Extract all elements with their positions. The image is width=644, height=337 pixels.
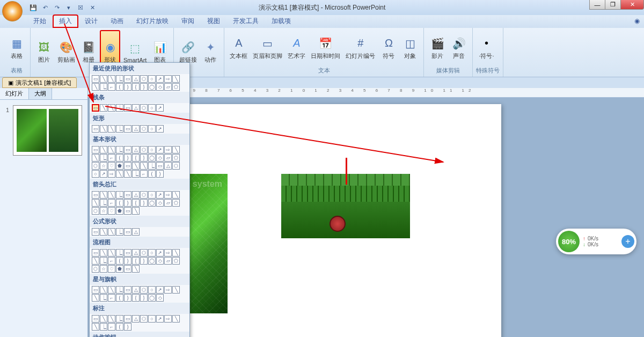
- minimize-button[interactable]: —: [589, 0, 605, 10]
- shape-item[interactable]: {: [132, 294, 140, 302]
- shape-item[interactable]: ↗: [156, 104, 164, 112]
- shape-item[interactable]: △: [132, 249, 140, 257]
- shape-item[interactable]: }: [140, 294, 148, 302]
- shape-item[interactable]: △: [132, 125, 140, 133]
- shape-item[interactable]: ): [124, 294, 131, 302]
- shape-item[interactable]: ⬡: [140, 104, 148, 112]
- shape-item[interactable]: ⌐: [108, 83, 115, 91]
- shape-item[interactable]: ): [124, 257, 131, 265]
- shape-item[interactable]: ): [124, 199, 131, 207]
- shape-item[interactable]: △: [132, 315, 140, 323]
- shape-item[interactable]: ▭: [124, 146, 131, 153]
- shape-item[interactable]: △: [132, 75, 140, 83]
- shape-item[interactable]: ╲: [92, 323, 99, 331]
- shape-item[interactable]: ▭: [124, 75, 131, 83]
- shape-item[interactable]: ♡: [108, 265, 115, 273]
- shape-item[interactable]: ▭: [92, 146, 99, 153]
- shape-item[interactable]: ⎿: [116, 315, 123, 323]
- shape-item[interactable]: ◇: [156, 83, 164, 91]
- shape-item[interactable]: ▭: [124, 191, 131, 199]
- shape-item[interactable]: ↗: [156, 315, 164, 323]
- qat-doc-icon[interactable]: ☒: [76, 3, 85, 12]
- shape-item[interactable]: ▭: [92, 104, 99, 112]
- shape-item[interactable]: ⌐: [108, 257, 115, 265]
- shape-item[interactable]: ╲: [108, 104, 115, 112]
- shape-item[interactable]: ⌐: [108, 323, 115, 331]
- shape-item[interactable]: ⬠: [172, 199, 180, 207]
- shape-item[interactable]: ○: [148, 104, 156, 112]
- tab-view[interactable]: 视图: [201, 14, 226, 28]
- shape-item[interactable]: ╲: [92, 294, 99, 302]
- shape-item[interactable]: ╲: [100, 228, 107, 236]
- shape-item[interactable]: ⎿: [116, 191, 123, 199]
- shape-item[interactable]: ○: [148, 125, 156, 133]
- symbol-button[interactable]: Ω符号: [378, 30, 399, 65]
- shape-item[interactable]: △: [132, 104, 140, 112]
- tab-home[interactable]: 开始: [27, 14, 53, 28]
- shape-item[interactable]: ◇: [156, 199, 164, 207]
- shape-item[interactable]: ⬡: [140, 315, 148, 323]
- shape-item[interactable]: ╲: [108, 191, 115, 199]
- shape-item[interactable]: ): [124, 83, 131, 91]
- shape-item[interactable]: ╲: [92, 154, 99, 162]
- shape-item[interactable]: ): [124, 154, 131, 162]
- shape-item[interactable]: ⌐: [108, 154, 115, 162]
- special-symbol-button[interactable]: •·符号·: [476, 30, 496, 65]
- slidenumber-button[interactable]: #幻灯片编号: [343, 30, 377, 65]
- shape-item[interactable]: ⬠: [172, 83, 180, 91]
- shape-item[interactable]: ▭: [124, 104, 131, 112]
- shape-item[interactable]: ⬟: [116, 265, 123, 273]
- shape-item[interactable]: ▭: [124, 162, 131, 170]
- shape-item[interactable]: ☆: [100, 162, 107, 170]
- shape-item[interactable]: ↗: [156, 286, 164, 294]
- shape-item[interactable]: ⬡: [140, 191, 148, 199]
- shape-item[interactable]: ☆: [100, 207, 107, 215]
- wordart-button[interactable]: A艺术字: [286, 30, 308, 65]
- shape-item[interactable]: ▭: [124, 125, 131, 133]
- shape-item[interactable]: ╲: [124, 170, 131, 178]
- shape-item[interactable]: ╲: [108, 286, 115, 294]
- shape-item[interactable]: ╲: [92, 199, 99, 207]
- table-button[interactable]: ▦ 表格: [6, 30, 27, 65]
- shape-item[interactable]: ↗: [156, 75, 164, 83]
- shape-item[interactable]: ⎿: [100, 257, 107, 265]
- shape-item[interactable]: ╲: [92, 257, 99, 265]
- headerfooter-button[interactable]: ▭页眉和页脚: [251, 30, 284, 65]
- shape-item[interactable]: ⬡: [92, 162, 99, 170]
- shape-item[interactable]: ⇨: [164, 75, 172, 83]
- shape-item[interactable]: ⎿: [100, 199, 107, 207]
- shape-item[interactable]: ⎿: [132, 170, 140, 178]
- shape-item[interactable]: ╲: [108, 228, 115, 236]
- shape-item[interactable]: ⎿: [116, 125, 123, 133]
- undo-icon[interactable]: ↶: [41, 3, 49, 12]
- shape-item[interactable]: ╲: [172, 315, 180, 323]
- shape-item[interactable]: ╲: [100, 104, 107, 112]
- shape-item[interactable]: ╲: [172, 75, 180, 83]
- shape-item[interactable]: ⇨: [164, 146, 172, 153]
- shape-item[interactable]: {: [132, 199, 140, 207]
- shape-item[interactable]: ╲: [108, 249, 115, 257]
- qat-more-icon[interactable]: ▾: [64, 3, 73, 12]
- shape-item[interactable]: ◇: [156, 257, 164, 265]
- shape-item[interactable]: ○: [148, 191, 156, 199]
- shape-item[interactable]: ○: [148, 249, 156, 257]
- shape-item[interactable]: ↗: [156, 146, 164, 153]
- shape-item[interactable]: ⎿: [116, 104, 123, 112]
- tab-review[interactable]: 审阅: [175, 14, 201, 28]
- shape-item[interactable]: ⎿: [116, 228, 123, 236]
- shape-item[interactable]: ╲: [132, 207, 140, 215]
- clipart-button[interactable]: 🎨剪贴画: [55, 30, 77, 74]
- shape-item[interactable]: ╲: [172, 249, 180, 257]
- tab-slideshow[interactable]: 幻灯片放映: [130, 14, 175, 28]
- shape-item[interactable]: ○: [148, 315, 156, 323]
- shape-item[interactable]: ⬡: [140, 146, 148, 153]
- save-icon[interactable]: 💾: [29, 3, 38, 12]
- outline-tab[interactable]: 大纲: [29, 88, 52, 99]
- shape-item[interactable]: ▭: [92, 125, 99, 133]
- tab-insert[interactable]: 插入: [53, 14, 78, 28]
- shape-item[interactable]: ▭: [92, 191, 99, 199]
- shape-item[interactable]: ⬡: [172, 162, 180, 170]
- shape-item[interactable]: ▭: [124, 207, 131, 215]
- shape-item[interactable]: ▭: [124, 286, 131, 294]
- shape-item[interactable]: }: [140, 83, 148, 91]
